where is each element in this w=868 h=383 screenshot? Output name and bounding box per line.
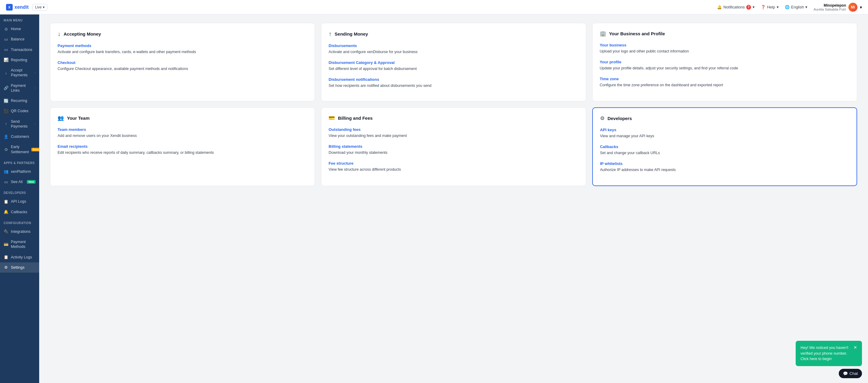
header-right: 🔔 Notifications 7 ▾ ❓ Help ▾ 🌐 English ▾…	[717, 3, 862, 12]
your-profile-desc: Update your profile details, adjust your…	[600, 65, 849, 71]
notifications-label: Notifications	[723, 5, 745, 9]
sidebar-item-payment-methods[interactable]: 💳 Payment Methods	[0, 237, 39, 252]
disbursement-category-link[interactable]: Disbursement Category & Approval	[329, 60, 578, 65]
outstanding-fees-link[interactable]: Outstanding fees	[329, 127, 578, 132]
sidebar-label: Activity Logs	[11, 255, 36, 260]
sidebar-label: Accept Payments	[11, 68, 32, 78]
developers-title: Developers	[608, 116, 632, 121]
sending-money-title: Sending Money	[335, 31, 368, 36]
main-menu-label: MAIN MENU	[0, 14, 39, 24]
accepting-money-title: Accepting Money	[64, 31, 101, 36]
card-sending-money: ↑ Sending Money Disbursements Activate a…	[321, 23, 586, 101]
team-members-desc: Add and remove users on your Xendit busi…	[58, 133, 307, 139]
language-selector[interactable]: 🌐 English ▾	[785, 5, 808, 9]
disbursement-notifications-section: Disbursement notifications Set how recip…	[329, 77, 578, 89]
your-business-section: Your business Upload your logo and other…	[600, 43, 849, 54]
card-business-profile-header: 🏢 Your Business and Profile	[600, 30, 849, 37]
logo-icon: X	[6, 4, 13, 10]
developers-icon: ⚙	[600, 115, 604, 121]
phone-verification-toast[interactable]: Hey! We noticed you haven't verified you…	[796, 341, 862, 366]
disbursements-link[interactable]: Disbursements	[329, 43, 578, 48]
card-accepting-money-header: ↓ Accepting Money	[58, 30, 307, 37]
sidebar-item-integrations[interactable]: 🔌 Integrations	[0, 227, 39, 237]
sidebar-label: Integrations	[11, 229, 36, 234]
configuration-label: CONFIGURATION	[0, 217, 39, 227]
disbursement-category-desc: Set different level of approval for batc…	[329, 66, 578, 72]
env-label: Live	[35, 5, 41, 9]
fee-structure-link[interactable]: Fee structure	[329, 161, 578, 166]
your-profile-link[interactable]: Your profile	[600, 60, 849, 64]
sidebar-label: Recurring	[11, 98, 36, 103]
logo-text: xendit	[14, 4, 29, 10]
business-icon: 🏢	[600, 30, 606, 37]
sidebar-item-payment-links[interactable]: 🔗 Payment Links ›	[0, 81, 39, 96]
user-sub: Aurelia Salsabila Putri	[813, 7, 846, 11]
sidebar-item-balance[interactable]: ▭ Balance	[0, 34, 39, 44]
main-content: ↓ Accepting Money Payment methods Activa…	[39, 14, 868, 383]
your-business-link[interactable]: Your business	[600, 43, 849, 47]
sidebar-item-customers[interactable]: 👤 Customers	[0, 131, 39, 142]
new-badge: New	[27, 180, 36, 184]
callbacks-icon: 🔔	[4, 210, 8, 214]
email-recipients-link[interactable]: Email recipients	[58, 144, 307, 149]
env-selector[interactable]: Live ▾	[32, 4, 47, 10]
sidebar-label: Payment Methods	[11, 239, 36, 249]
chevron-down-icon: ▾	[752, 5, 755, 9]
sidebar-item-reporting[interactable]: 📊 Reporting	[0, 55, 39, 65]
payment-methods-link[interactable]: Payment methods	[58, 43, 307, 48]
api-keys-link[interactable]: API keys	[600, 127, 849, 132]
integrations-icon: 🔌	[4, 229, 8, 234]
sidebar-item-xenplatform[interactable]: 👥 xenPlatform	[0, 167, 39, 177]
sidebar-label: xenPlatform	[11, 169, 36, 174]
user-info[interactable]: Minopelepon Aurelia Salsabila Putri Mi ▾	[813, 3, 862, 12]
accepting-money-icon: ↓	[58, 30, 61, 37]
sidebar-item-send-payments[interactable]: ↑ Send Payments ›	[0, 116, 39, 132]
notifications-button[interactable]: 🔔 Notifications 7 ▾	[717, 5, 755, 10]
team-icon: 👥	[58, 115, 64, 121]
sidebar-item-settings[interactable]: ⚙ Settings	[0, 262, 39, 273]
ip-whitelists-section: IP whitelists Authorize IP addresses to …	[600, 161, 849, 173]
sidebar: MAIN MENU ⊙ Home ▭ Balance ▭ Transaction…	[0, 14, 39, 383]
sidebar-item-accept-payments[interactable]: ↓ Accept Payments ›	[0, 65, 39, 81]
chevron-down-icon: ▾	[777, 5, 779, 9]
sidebar-item-qr-codes[interactable]: ⬛ QR Codes	[0, 106, 39, 116]
chat-button[interactable]: 💬 Chat	[839, 369, 862, 378]
sidebar-item-early-settlement[interactable]: ⊙ Early Settlement Beta	[0, 142, 39, 157]
toast-close-button[interactable]: ✕	[854, 345, 857, 350]
sidebar-item-activity-logs[interactable]: 📋 Activity Logs	[0, 252, 39, 262]
sidebar-item-api-logs[interactable]: 📋 API Logs	[0, 196, 39, 207]
ip-whitelists-link[interactable]: IP whitelists	[600, 161, 849, 166]
sidebar-label: Reporting	[11, 58, 36, 62]
card-developers: ⚙ Developers API keys View and manage yo…	[592, 107, 857, 186]
checkout-section: Checkout Configure Checkout appearance, …	[58, 60, 307, 72]
ip-whitelists-desc: Authorize IP addresses to make API reque…	[600, 167, 849, 173]
sidebar-item-transactions[interactable]: ▭ Transactions	[0, 45, 39, 55]
help-label: Help	[767, 5, 775, 9]
callbacks-link[interactable]: Callbacks	[600, 144, 849, 149]
fee-structure-section: Fee structure View fee structure across …	[329, 161, 578, 173]
card-developers-header: ⚙ Developers	[600, 115, 849, 121]
sidebar-item-home[interactable]: ⊙ Home	[0, 24, 39, 34]
home-icon: ⊙	[4, 27, 8, 31]
logo[interactable]: X xendit	[6, 4, 29, 10]
sidebar-label: Transactions	[11, 47, 36, 52]
globe-icon: 🌐	[785, 5, 789, 9]
outstanding-fees-desc: View your outstanding fees and make paym…	[329, 133, 578, 139]
apps-partners-label: APPS & PARTNERS	[0, 157, 39, 167]
business-profile-title: Your Business and Profile	[609, 31, 665, 36]
time-zone-link[interactable]: Time zone	[600, 77, 849, 81]
sidebar-item-recurring[interactable]: 🔄 Recurring	[0, 96, 39, 106]
help-button[interactable]: ❓ Help ▾	[761, 5, 779, 9]
sidebar-item-callbacks[interactable]: 🔔 Callbacks	[0, 207, 39, 217]
language-label: English	[791, 5, 804, 9]
toast-message: Hey! We noticed you haven't verified you…	[801, 345, 851, 362]
avatar-initials: Mi	[851, 5, 855, 9]
see-all-icon: ▭	[4, 180, 8, 184]
chevron-down-icon: ▾	[860, 5, 862, 10]
payment-links-icon: 🔗	[4, 86, 8, 90]
team-members-link[interactable]: Team members	[58, 127, 307, 132]
billing-statements-link[interactable]: Billing statements	[329, 144, 578, 149]
sidebar-item-see-all[interactable]: ▭ See All New	[0, 177, 39, 187]
disbursement-notifications-link[interactable]: Disbursement notifications	[329, 77, 578, 82]
checkout-link[interactable]: Checkout	[58, 60, 307, 65]
